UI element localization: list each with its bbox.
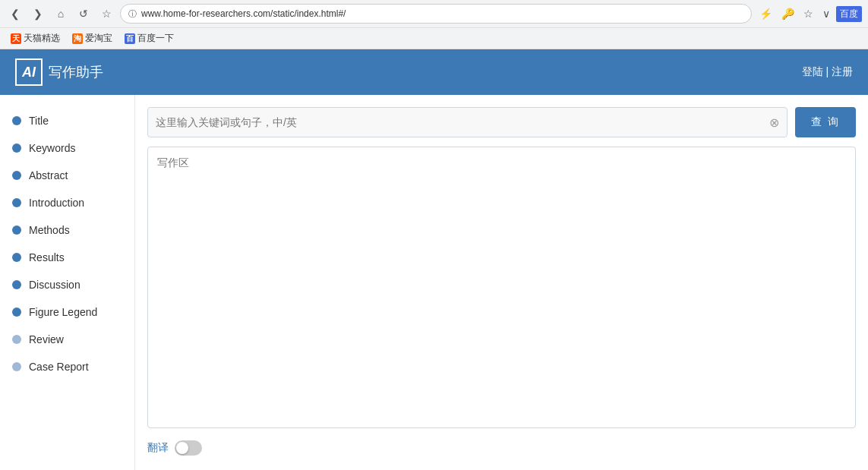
address-bar[interactable]: ⓘ www.home-for-researchers.com/static/in… [120,4,752,24]
translation-label: 翻译 [147,441,169,455]
sidebar-label-review: Review [29,333,64,345]
page-content: AI 写作助手 登陆 | 注册 Title Keywords Abstract … [0,49,868,470]
sidebar-dot-keywords [12,144,21,153]
sidebar-label-figure-legend: Figure Legend [29,306,97,318]
sidebar-label-methods: Methods [29,224,70,236]
sidebar-item-results[interactable]: Results [0,244,134,271]
lock-icon: ⓘ [128,8,137,20]
bookmarks-bar: 天 天猫精选 淘 爱淘宝 百 百度一下 [0,27,868,49]
star-button[interactable]: ☆ [97,5,115,23]
sidebar-label-discussion: Discussion [29,279,80,291]
baidu-bookmark-icon: 百 [125,33,135,44]
sidebar-item-abstract[interactable]: Abstract [0,162,134,189]
bookmark-tianmao[interactable]: 天 天猫精选 [6,30,65,46]
toggle-knob [176,442,188,454]
search-bar: ⊗ 查 询 [147,107,856,137]
search-input[interactable] [156,116,769,128]
refresh-button[interactable]: ↺ [74,5,93,23]
header-auth[interactable]: 登陆 | 注册 [802,65,853,79]
browser-actions: ⚡ 🔑 ☆ ∨ 百度 [756,6,862,22]
app-header: AI 写作助手 登陆 | 注册 [0,49,868,95]
main-content: ⊗ 查 询 翻译 [135,95,868,470]
home-button[interactable]: ⌂ [52,5,70,23]
sidebar-dot-introduction [12,198,21,207]
bookmark-taobao[interactable]: 淘 爱淘宝 [68,30,117,46]
writing-area[interactable] [147,147,856,428]
search-input-wrap[interactable]: ⊗ [147,107,788,137]
sidebar-dot-results [12,253,21,262]
sidebar-label-case-report: Case Report [29,361,89,373]
tianmao-icon: 天 [11,33,21,44]
logo-icon: AI [15,58,43,86]
sidebar-dot-figure-legend [12,308,21,317]
forward-button[interactable]: ❯ [29,5,47,23]
app-name: 写作助手 [49,63,103,81]
sidebar-item-discussion[interactable]: Discussion [0,271,134,298]
sidebar-item-keywords[interactable]: Keywords [0,134,134,162]
browser-chrome: ❮ ❯ ⌂ ↺ ☆ ⓘ www.home-for-researchers.com… [0,0,868,49]
taobao-label: 爱淘宝 [85,32,112,45]
sidebar-item-review[interactable]: Review [0,326,134,353]
baidu-icon[interactable]: 百度 [836,6,862,22]
url-text: www.home-for-researchers.com/static/inde… [141,8,743,19]
sidebar-dot-methods [12,226,21,235]
translation-toggle[interactable] [175,440,202,456]
sidebar-item-case-report[interactable]: Case Report [0,353,134,380]
sidebar-dot-discussion [12,280,21,289]
sidebar-dot-abstract [12,171,21,180]
chevron-icon[interactable]: ∨ [819,6,833,21]
sidebar: Title Keywords Abstract Introduction Met… [0,95,135,470]
main-layout: Title Keywords Abstract Introduction Met… [0,95,868,470]
key-icon[interactable]: 🔑 [778,6,797,21]
sidebar-label-keywords: Keywords [29,142,75,154]
sidebar-label-abstract: Abstract [29,169,68,181]
sidebar-label-introduction: Introduction [29,197,84,209]
search-button[interactable]: 查 询 [795,107,856,137]
sidebar-item-introduction[interactable]: Introduction [0,189,134,216]
baidu-label: 百度一下 [137,32,174,45]
sidebar-item-figure-legend[interactable]: Figure Legend [0,298,134,326]
sidebar-label-results: Results [29,251,65,263]
sidebar-dot-review [12,335,21,344]
taobao-icon: 淘 [72,33,83,44]
bookmark-baidu[interactable]: 百 百度一下 [120,30,178,46]
tianmao-label: 天猫精选 [24,32,60,45]
clear-icon[interactable]: ⊗ [769,115,779,130]
logo-letter: AI [22,65,36,80]
sidebar-dot-case-report [12,362,21,371]
sidebar-dot-title [12,116,21,125]
sidebar-item-methods[interactable]: Methods [0,216,134,244]
sidebar-label-title: Title [29,115,49,127]
translation-row: 翻译 [147,437,856,459]
app-logo: AI 写作助手 [15,58,103,86]
browser-toolbar: ❮ ❯ ⌂ ↺ ☆ ⓘ www.home-for-researchers.com… [0,0,868,27]
back-button[interactable]: ❮ [6,5,24,23]
star-icon[interactable]: ☆ [800,6,816,21]
lightning-icon[interactable]: ⚡ [756,6,775,21]
sidebar-item-title[interactable]: Title [0,107,134,134]
